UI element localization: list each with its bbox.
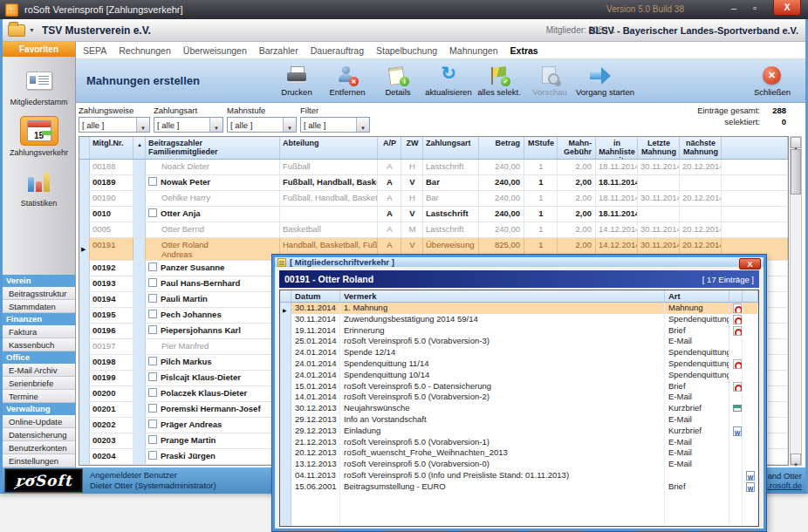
scroll-down-icon[interactable] [791,454,801,465]
table-row[interactable]: 0005Otter BerndBasketballAMLastschrift24… [79,222,788,238]
row-checkbox[interactable] [148,310,157,318]
dialog-header-icon1[interactable] [729,290,743,302]
sidebar-item-e-mail-archiv[interactable]: E-Mail Archiv [3,364,75,377]
toolbar-button-entfernen[interactable]: Entfernen [323,65,372,97]
row-checkbox[interactable] [148,177,157,186]
table-row[interactable]: 0010Otter AnjaAVLastschrift240,0012,0018… [79,207,788,222]
dialog-close-button[interactable]: X [739,258,761,269]
row-checkbox[interactable] [148,404,157,413]
menu-mahnungen[interactable]: Mahnungen [449,45,497,56]
correspondence-row[interactable] [280,503,758,515]
menu-sepa[interactable]: SEPA [83,45,106,56]
header-mitglnr[interactable]: Mitgl.Nr. [90,137,134,159]
dialog-header-vermerk[interactable]: Vermerk [340,290,665,302]
correspondence-row[interactable] [280,515,758,526]
row-checkbox[interactable] [148,451,157,460]
dialog-header-datum[interactable]: Datum [291,290,340,302]
row-checkbox[interactable] [148,294,157,303]
toolbar-button-alles-selekt[interactable]: alles selekt. [475,65,524,97]
menu-barzahler[interactable]: Barzahler [259,45,298,56]
menu-stapelbuchung[interactable]: Stapelbuchung [376,45,437,56]
header-zw[interactable]: ZW [401,137,423,159]
correspondence-row[interactable]: 19.11.2014ErinnerungBrief [280,325,758,337]
filter-dropdown-zahlungsweise[interactable]: [ alle ] [79,117,150,133]
menu-dauerauftrag[interactable]: Dauerauftrag [311,45,364,56]
header-beitragszahler[interactable]: Beitragszahler Familienmitglieder [146,137,280,159]
sort-ascending-icon[interactable]: ▲ [134,137,146,159]
table-row[interactable]: 00190Oehlke HarryFußball, Handball, Bask… [79,191,788,207]
correspondence-row[interactable]: 15.06.2001Beitragsumstellung - EUROBrief [280,481,758,493]
correspondence-row[interactable]: 15.01.2014roSoft Vereinsprofi 5.0 - Date… [280,381,758,392]
toolbar-button-details[interactable]: Details [373,65,422,97]
row-checkbox[interactable] [148,278,157,287]
correspondence-row[interactable]: 29.12.2013EinladungKurzbrief [280,426,758,437]
row-checkbox[interactable] [148,435,157,444]
filter-dropdown-filter[interactable]: [ alle ] [300,117,370,133]
correspondence-row[interactable]: 13.12.2013roSoft Vereinsprofi 5.0 (Vorab… [280,459,758,470]
table-row[interactable]: 00189Nowak PeterFußball, Handball, Baske… [79,175,788,191]
header-ap[interactable]: A/P [378,137,401,159]
chevron-down-icon[interactable]: ▼ [29,27,35,33]
sidebar-item-mitgliederstamm[interactable]: Mitgliederstamm [3,65,75,106]
row-checkbox[interactable] [148,263,157,271]
close-window-button[interactable]: X [773,0,801,16]
toolbar-button-aktualisieren[interactable]: aktualisieren [424,65,473,97]
scroll-up-icon[interactable] [791,137,801,148]
correspondence-row[interactable]: 24.01.2014Spende 12/14Spendenquittung [280,347,758,358]
folder-icon[interactable] [8,24,25,37]
filter-dropdown-mahnstufe[interactable]: [ alle ] [227,117,297,133]
row-checkbox[interactable] [148,388,157,397]
header-abteilung[interactable]: Abteilung [280,137,378,159]
toolbar-button-vorgang-starten[interactable]: Vorgang starten [576,65,625,97]
sidebar-item-einstellungen[interactable]: Einstellungen [3,454,75,467]
header-marker-cell[interactable] [79,137,90,159]
table-row[interactable]: 00188Noack DieterFußballAHLastschrift240… [79,160,788,175]
row-checkbox[interactable] [148,325,157,334]
dialog-header-marker[interactable] [280,290,291,302]
sidebar-item-benutzerkonten[interactable]: Benutzerkonten [3,441,75,454]
correspondence-row[interactable]: 14.01.2014roSoft Vereinsprofi 5.0 (Vorab… [280,392,758,403]
website-link[interactable]: .rosoft.de [767,481,802,490]
maximize-button[interactable]: ▫ [747,3,763,13]
sidebar-item-zahlungsverkehr[interactable]: 15Zahlungsverkehr [3,116,75,157]
sidebar-item-serienbriefe[interactable]: Serienbriefe [3,377,75,390]
sidebar-item-beitragsstruktur[interactable]: Beitragsstruktur [3,287,75,300]
menu-rechnungen[interactable]: Rechnungen [119,45,171,56]
correspondence-row[interactable]: 04.11.2013roSoft Vereinsprofi 5.0 (Info … [280,470,758,481]
correspondence-row[interactable]: 21.12.2013roSoft Vereinsprofi 5.0 (Vorab… [280,437,758,448]
correspondence-row[interactable]: 24.01.2014Spendenquittung 11/14Spendenqu… [280,358,758,370]
correspondence-row[interactable]: 29.12.2013Info an VorstandschaftE-Mail [280,414,758,426]
filter-dropdown-zahlungsart[interactable]: [ alle ] [154,117,223,133]
toolbar-button-drucken[interactable]: Drucken [272,65,321,97]
sidebar-item-online-update[interactable]: Online-Update [3,415,75,428]
header-letzte-mahnung[interactable]: Letzte Mahnung [638,137,680,159]
menu-extras[interactable]: Extras [510,45,538,56]
sidebar-item-termine[interactable]: Termine [3,390,75,403]
toolbar-button-schliessen[interactable]: Schließen [748,65,797,97]
scrollbar-thumb[interactable] [791,149,801,194]
row-checkbox[interactable] [148,419,157,428]
minimize-button[interactable]: – [726,3,742,13]
dialog-header-icon2[interactable] [743,290,758,302]
sidebar-item-datensicherung[interactable]: Datensicherung [3,428,75,441]
row-checkbox[interactable] [148,208,157,217]
correspondence-row[interactable]: 24.01.2014Spendenquittung 10/14Spendenqu… [280,370,758,381]
correspondence-row[interactable]: 30.12.2013NeujahrswünscheKurzbrief [280,403,758,414]
header-mahnliste-seit[interactable]: in Mahnliste seit [596,137,638,159]
sidebar-item-stammdaten[interactable]: Stammdaten [3,300,75,313]
correspondence-row[interactable] [280,493,758,504]
header-mstufe[interactable]: MStufe [524,137,558,159]
correspondence-row[interactable]: 20.12.2013roSoft_wuenscht_Frohe_Weihnach… [280,447,758,459]
dialog-header-art[interactable]: Art [665,290,729,302]
row-checkbox[interactable] [148,372,157,381]
sidebar-item-faktura[interactable]: Faktura [3,325,75,338]
header-mahngebuehr[interactable]: Mahn- Gebühr [558,137,596,159]
row-checkbox[interactable] [148,357,157,365]
correspondence-row[interactable]: 30.11.20141. MahnungMahnung [280,303,758,314]
sidebar-item-kassenbuch[interactable]: Kassenbuch [3,338,75,351]
correspondence-row[interactable]: 25.01.2014roSoft Vereinsprofi 5.0 (Vorab… [280,336,758,347]
menu-uberweisungen[interactable]: Überweisungen [183,45,247,56]
header-zahlungsart[interactable]: Zahlungsart [423,137,479,159]
toolbar-button-vorschau[interactable]: Vorschau [525,65,574,97]
header-naechste-mahnung[interactable]: nächste Mahnung [680,137,722,159]
